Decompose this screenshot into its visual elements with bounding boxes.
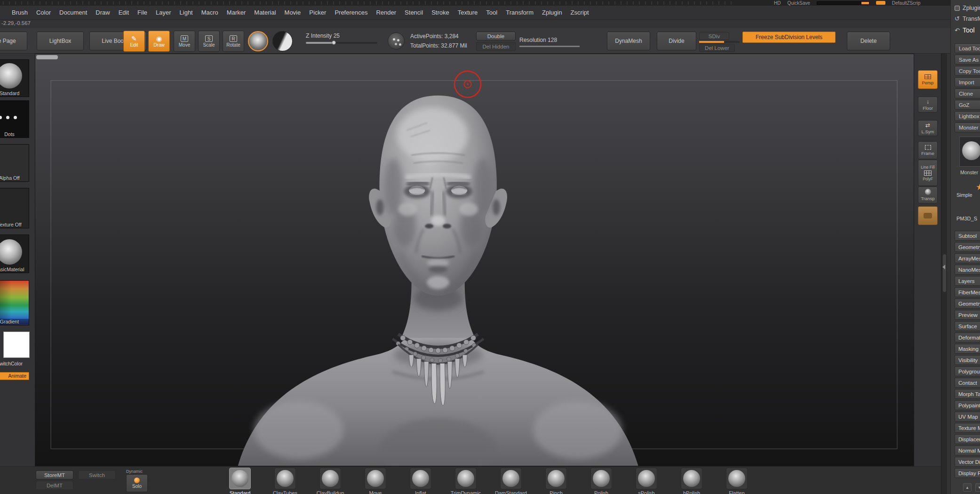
z-intensity-slider[interactable] <box>306 42 377 44</box>
tool-subpalette-item[interactable]: UV Map <box>955 412 980 421</box>
color-picker[interactable]: Gradient <box>0 280 29 325</box>
brush-item[interactable]: ClayTubes <box>263 468 308 494</box>
move-mode-button[interactable]: M Move <box>174 31 195 52</box>
brush-item[interactable]: ClayBuildup <box>308 468 353 494</box>
tool-subpalette-item[interactable]: NanoMesh <box>955 265 980 275</box>
menu-item[interactable]: Zplugin <box>538 6 566 19</box>
tool-action-button[interactable]: Clone <box>955 89 980 98</box>
menu-item[interactable]: Brush <box>8 6 32 19</box>
menu-item[interactable]: Material <box>250 6 280 19</box>
menu-item[interactable]: Macro <box>197 6 223 19</box>
transform-palette-header[interactable]: ↺ Transform <box>955 15 980 22</box>
ghost-button[interactable] <box>918 206 938 225</box>
menu-item[interactable]: Preferences <box>330 6 372 19</box>
tool-subpalette-item[interactable]: Normal Map <box>955 445 980 455</box>
del-hidden-button[interactable]: Del Hidden <box>476 42 516 51</box>
brush-item[interactable]: Standard <box>217 468 263 494</box>
menu-item[interactable]: Render <box>372 6 400 19</box>
tool-action-button[interactable]: Import <box>955 77 980 87</box>
brush-item[interactable]: TrimDynamic <box>443 468 488 494</box>
brush-item[interactable]: DamStandard <box>488 468 534 494</box>
active-tool-thumbnail[interactable] <box>959 137 980 167</box>
animate-button[interactable]: Animate <box>0 372 29 380</box>
menu-item[interactable]: Movie <box>280 6 305 19</box>
switch-morph-target-button[interactable]: Switch <box>78 470 116 479</box>
tool-subpalette-item[interactable]: Preview <box>955 310 980 320</box>
tool-subpalette-item[interactable]: FiberMesh <box>955 287 980 297</box>
menu-item[interactable]: Picker <box>305 6 330 19</box>
menu-item[interactable]: Document <box>55 6 91 19</box>
current-brush-swatch[interactable]: Standard <box>0 59 29 97</box>
store-morph-target-button[interactable]: StoreMT <box>36 470 73 479</box>
menu-item[interactable]: Marker <box>223 6 250 19</box>
zplugin-palette-header[interactable]: Zplugin <box>955 5 980 11</box>
tool-action-button[interactable]: Load Tool <box>955 43 980 53</box>
tool-action-button[interactable]: GoZ <box>955 100 980 110</box>
brush-item[interactable]: hPolish <box>669 468 714 494</box>
menu-item[interactable]: Zscript <box>566 6 593 19</box>
default-zscript-button[interactable]: DefaultZScrip <box>892 0 921 6</box>
tool-subpalette-item[interactable]: Geometry <box>955 242 980 252</box>
menu-item[interactable]: Texture <box>454 6 482 19</box>
menu-item[interactable]: Layer <box>151 6 175 19</box>
edit-mode-button[interactable]: ✎ Edit <box>123 31 145 52</box>
tool-subpalette-item[interactable]: Contact <box>955 378 980 388</box>
panel-collapse-arrow-icon[interactable] <box>942 265 945 269</box>
current-tool-slot-button[interactable]: Monster <box>955 122 980 132</box>
menu-item[interactable]: File <box>133 6 151 19</box>
menu-item[interactable]: Transform <box>502 6 538 19</box>
rotate-mode-button[interactable]: R Rotate <box>223 31 244 52</box>
dynamesh-button[interactable]: DynaMesh <box>607 32 650 50</box>
tool-subpalette-item[interactable]: Morph Target <box>955 389 980 399</box>
delete-morph-target-button[interactable]: DelMT <box>36 481 73 490</box>
tool-subpalette-item[interactable]: Layers <box>955 276 980 286</box>
tool-subpalette-item[interactable]: Surface <box>955 321 980 331</box>
tool-palette-header[interactable]: ↶ Tool <box>955 26 975 34</box>
panel-scroll-up-icon[interactable]: ▲ <box>963 483 972 492</box>
menu-item[interactable]: Draw <box>91 6 114 19</box>
simple-brush-star-icon[interactable] <box>976 184 980 191</box>
tool-subpalette-item[interactable]: Geometry HD <box>955 299 980 308</box>
current-stroke-swatch[interactable]: Dots <box>0 100 29 138</box>
menu-item[interactable]: Color <box>32 6 55 19</box>
double-button[interactable]: Double <box>476 32 516 40</box>
current-texture-swatch[interactable]: Texture Off <box>0 188 29 228</box>
panel-scroll-down-icon[interactable]: ▼ <box>975 483 980 492</box>
scale-mode-button[interactable]: S Scale <box>198 31 220 52</box>
menu-item[interactable]: Light <box>175 6 197 19</box>
quicksave-button[interactable]: QuickSave <box>787 0 810 6</box>
solo-button[interactable]: Solo <box>126 474 148 492</box>
dots-sphere-icon[interactable] <box>388 32 405 49</box>
menu-item[interactable]: Edit <box>114 6 133 19</box>
del-lower-button[interactable]: Del Lower <box>699 44 735 52</box>
brush-item[interactable]: Flatten <box>714 468 759 494</box>
current-material-swatch[interactable]: BasicMaterial <box>0 235 29 273</box>
gradient-sphere-icon[interactable] <box>272 31 293 51</box>
tool-subpalette-item[interactable]: Masking <box>955 344 980 354</box>
tool-subpalette-item[interactable]: ArrayMesh <box>955 253 980 263</box>
brush-item[interactable]: sPolish <box>624 468 669 494</box>
brush-falloff-sphere-icon[interactable] <box>248 31 268 51</box>
transparency-button[interactable]: Transp <box>918 186 938 203</box>
tool-subpalette-item[interactable]: Deformation <box>955 332 980 342</box>
delete-button[interactable]: Delete <box>847 32 890 50</box>
tool-subpalette-item[interactable]: Subtool <box>955 231 980 241</box>
tool-action-button[interactable]: Lightbox <box>955 111 980 121</box>
brush-item[interactable]: Pinch <box>534 468 579 494</box>
frame-button[interactable]: Frame <box>918 141 938 159</box>
panel-scrollbar-thumb[interactable] <box>943 254 946 292</box>
tool-subpalette-item[interactable]: Polygroups <box>955 366 980 376</box>
polyframe-button[interactable]: Line Fill PolyF <box>918 160 938 186</box>
brush-item[interactable]: Move <box>353 468 398 494</box>
hd-toggle[interactable]: HD <box>774 0 781 6</box>
sdiv-slider[interactable] <box>699 41 740 43</box>
local-symmetry-button[interactable]: ⇄ L.Sym <box>918 120 938 136</box>
brush-item[interactable]: Polish <box>579 468 624 494</box>
document-canvas[interactable] <box>35 54 914 466</box>
tool-subpalette-item[interactable]: Visibility <box>955 355 980 365</box>
z-intensity-knob[interactable] <box>332 40 336 45</box>
canvas-horizontal-scrollbar[interactable] <box>36 55 58 59</box>
freeze-subdivision-button[interactable]: Freeze SubDivision Levels <box>742 32 836 43</box>
lightbox-button[interactable]: LightBox <box>37 32 84 50</box>
persp-button[interactable]: Persp <box>918 70 938 89</box>
